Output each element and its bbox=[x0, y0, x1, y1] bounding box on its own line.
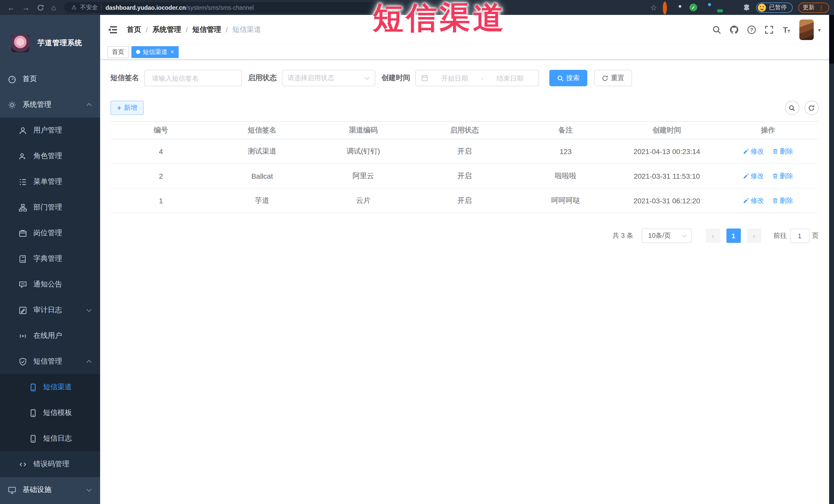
start-date-input[interactable] bbox=[431, 74, 478, 82]
sidebar-item-sms-template[interactable]: 短信模板 bbox=[0, 400, 100, 426]
delete-link[interactable]: 删除 bbox=[772, 171, 793, 180]
sidebar-item-sms-management[interactable]: 短信管理 bbox=[0, 349, 100, 374]
sidebar-item-user-management[interactable]: 用户管理 bbox=[0, 117, 100, 143]
refresh-table-button[interactable] bbox=[804, 101, 818, 115]
edit-link-label: 修改 bbox=[751, 171, 764, 180]
sidebar-item-error-code-management[interactable]: 错误码管理 bbox=[0, 452, 100, 477]
sign-input-wrap bbox=[144, 70, 242, 86]
extension-icon-grid[interactable] bbox=[703, 4, 710, 11]
sidebar-item-label: 短信模板 bbox=[43, 408, 72, 417]
paused-label: 已暂停 bbox=[769, 4, 787, 11]
sidebar-item-online-users[interactable]: 在线用户 bbox=[0, 323, 100, 349]
sidebar-item-label: 短信管理 bbox=[34, 357, 62, 366]
reset-button[interactable]: 重置 bbox=[594, 70, 632, 86]
sidebar-item-menu-management[interactable]: 菜单管理 bbox=[0, 169, 100, 195]
breadcrumb-system[interactable]: 系统管理 bbox=[152, 25, 181, 35]
scrollbar[interactable] bbox=[829, 15, 834, 504]
cell-actions: 修改 删除 bbox=[718, 188, 818, 213]
edit-log-icon bbox=[19, 306, 27, 314]
pencil-icon bbox=[743, 148, 749, 154]
close-icon[interactable]: × bbox=[171, 49, 174, 55]
browser-menu-icon[interactable]: ⋮ bbox=[818, 4, 824, 10]
update-label: 更新 bbox=[803, 4, 814, 11]
next-page-button[interactable]: › bbox=[747, 228, 761, 243]
edit-link[interactable]: 修改 bbox=[743, 147, 764, 156]
search-icon[interactable] bbox=[712, 25, 722, 35]
extension-icon-switch[interactable] bbox=[716, 4, 724, 11]
extensions-puzzle-icon[interactable] bbox=[743, 4, 751, 11]
tab-home[interactable]: 首页 bbox=[107, 46, 129, 58]
edit-link[interactable]: 修改 bbox=[743, 171, 764, 180]
sidebar-item-home[interactable]: 首页 bbox=[0, 66, 100, 92]
sidebar-item-infrastructure[interactable]: 基础设施 bbox=[0, 477, 100, 503]
sidebar-item-notice[interactable]: 通知公告 bbox=[0, 272, 100, 297]
sidebar-item-sms-log[interactable]: 短信日志 bbox=[0, 426, 100, 452]
sidebar-toggle-icon[interactable] bbox=[107, 26, 117, 34]
sidebar-item-audit-log[interactable]: 审计日志 bbox=[0, 297, 100, 323]
url-path: /system/sms/sms-channel bbox=[186, 4, 254, 10]
cell-sign: 芋道 bbox=[212, 188, 313, 213]
back-icon[interactable]: ← bbox=[7, 4, 15, 11]
book-icon bbox=[19, 255, 27, 263]
goto-page-input[interactable] bbox=[790, 228, 809, 243]
delete-link-label: 删除 bbox=[780, 171, 793, 180]
calendar-icon bbox=[421, 74, 428, 82]
edit-link[interactable]: 修改 bbox=[743, 196, 764, 205]
page-size-select[interactable]: 10条/页 bbox=[641, 228, 691, 243]
trash-icon bbox=[772, 197, 778, 204]
prev-page-button[interactable]: ‹ bbox=[706, 228, 720, 243]
range-separator: - bbox=[481, 74, 484, 82]
sidebar-item-role-management[interactable]: 角色管理 bbox=[0, 143, 100, 169]
cell-status: 开启 bbox=[414, 188, 515, 213]
home-icon[interactable]: ⌂ bbox=[51, 4, 56, 11]
user-avatar[interactable] bbox=[799, 20, 814, 40]
status-select[interactable]: 请选择启用状态 bbox=[282, 70, 375, 86]
scrollbar-thumb[interactable] bbox=[829, 15, 834, 64]
avatar-caret-icon[interactable]: ▾ bbox=[818, 27, 821, 32]
breadcrumb-home[interactable]: 首页 bbox=[127, 25, 141, 35]
delete-link[interactable]: 删除 bbox=[772, 196, 793, 205]
github-icon[interactable] bbox=[730, 25, 739, 35]
forward-icon[interactable]: → bbox=[22, 4, 30, 11]
breadcrumb-sms[interactable]: 短信管理 bbox=[193, 25, 221, 35]
sidebar-item-label: 通知公告 bbox=[34, 280, 62, 289]
sidebar-item-post-management[interactable]: 岗位管理 bbox=[0, 220, 100, 246]
phone-icon bbox=[29, 409, 38, 417]
search-button[interactable]: 搜索 bbox=[549, 70, 587, 86]
url-host: dashboard.yudao.iocoder.cn bbox=[106, 4, 186, 10]
reload-icon[interactable] bbox=[37, 4, 44, 11]
browser-update-button[interactable]: 更新 ⋮ bbox=[798, 2, 829, 13]
toggle-search-button[interactable] bbox=[785, 101, 799, 115]
table-row: 2 Ballcat 阿里云 开启 啦啦啦 2021-03-31 11:53:10… bbox=[110, 163, 818, 188]
browser-chrome: ← → ⌂ ⚠ 不安全 dashboard.yudao.iocoder.cn/s… bbox=[0, 0, 834, 15]
page-number-button[interactable]: 1 bbox=[726, 228, 741, 243]
search-icon bbox=[557, 75, 564, 81]
sidebar-item-dict-management[interactable]: 字典管理 bbox=[0, 246, 100, 272]
add-button[interactable]: + 新增 bbox=[110, 101, 144, 115]
bookmark-star-icon[interactable]: ☆ bbox=[650, 3, 657, 12]
date-range-picker[interactable]: - bbox=[415, 70, 539, 86]
chevron-down-icon bbox=[364, 75, 369, 80]
extension-icon-orange[interactable] bbox=[663, 4, 671, 11]
end-date-input[interactable] bbox=[486, 74, 533, 82]
profile-paused-badge[interactable]: 已暂停 bbox=[756, 2, 792, 13]
sidebar-item-department-management[interactable]: 部门管理 bbox=[0, 195, 100, 220]
sidebar-item-sms-channel[interactable]: 短信渠道 bbox=[0, 374, 100, 400]
browser-toolbar-right: ☆ ✓ 已暂停 更新 ⋮ bbox=[650, 2, 829, 13]
fullscreen-icon[interactable] bbox=[765, 25, 774, 35]
address-divider bbox=[102, 4, 102, 10]
sidebar-item-label: 审计日志 bbox=[34, 306, 62, 315]
address-bar[interactable]: ⚠ 不安全 dashboard.yudao.iocoder.cn/system/… bbox=[64, 2, 403, 13]
font-size-icon[interactable] bbox=[782, 25, 791, 35]
tab-sms-channel[interactable]: 短信渠道 × bbox=[131, 46, 179, 58]
extension-icon-pin[interactable] bbox=[676, 4, 684, 11]
delete-link[interactable]: 删除 bbox=[772, 147, 793, 156]
extension-icon-leaf[interactable] bbox=[729, 4, 737, 11]
sign-input[interactable] bbox=[151, 74, 235, 82]
delete-link-label: 删除 bbox=[780, 147, 793, 156]
sidebar: 芋道管理系统 首页 系统管理 bbox=[0, 15, 100, 504]
extension-icon-check[interactable]: ✓ bbox=[689, 4, 697, 11]
help-icon[interactable]: ? bbox=[747, 25, 756, 35]
sidebar-item-system-management[interactable]: 系统管理 bbox=[0, 92, 100, 117]
app-logo-row[interactable]: 芋道管理系统 bbox=[0, 15, 100, 66]
